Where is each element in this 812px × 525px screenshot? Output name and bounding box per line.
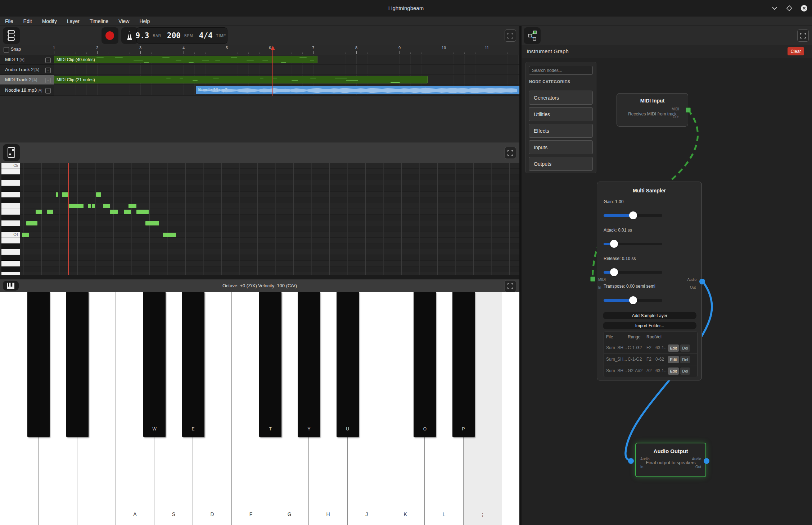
midi-note[interactable] [163,233,176,237]
midi-note[interactable] [56,192,58,197]
white-key-cell[interactable] [1,220,20,226]
audio-in-port[interactable] [628,458,634,464]
node-graph-canvas[interactable]: NODE CATEGORIES GeneratorsUtilitiesEffec… [522,58,812,525]
audio-output-node[interactable]: Audio Output Final output to speakers Au… [635,443,706,477]
black-key-cell[interactable] [1,215,20,220]
clear-graph-button[interactable]: Clear [788,47,804,55]
white-key-cell[interactable] [1,238,20,243]
maximize-icon[interactable] [785,4,793,12]
record-button[interactable] [102,27,118,44]
release-slider[interactable] [604,268,662,276]
midi-note[interactable] [145,221,159,225]
midi-clip[interactable]: MIDI Clip (40 notes) [54,56,317,63]
white-key-cell[interactable] [1,169,20,174]
track-checkbox[interactable]: - [45,88,51,93]
midi-note[interactable] [96,192,101,197]
midi-in-port[interactable] [590,277,595,282]
menu-item-modify[interactable]: Modify [42,18,57,24]
black-key-w[interactable]: W [143,292,166,437]
midi-note[interactable] [128,204,136,208]
search-input[interactable] [529,66,593,75]
audio-clip[interactable]: Noodle 18.mp3 [196,86,519,94]
tempo-display[interactable]: 9.3 BAR 200 BPM 4/4 TIME [136,27,227,44]
white-key-cell[interactable] [1,180,20,186]
timeline-ruler[interactable]: Snap 1234567891011 [0,45,519,55]
edit-sample-button[interactable]: Edit [668,344,679,352]
menu-item-view[interactable]: View [118,18,129,24]
timeline-playhead[interactable] [272,46,273,96]
white-key-cell[interactable]: C5 [1,163,20,169]
white-key-cell[interactable] [1,203,20,209]
black-key-cell[interactable] [1,186,20,192]
multi-sampler-node[interactable]: Multi Sampler Gain: 1.00 Attack: 0.01 ss… [597,182,702,380]
track-checkbox[interactable]: - [45,78,51,83]
black-key-e[interactable]: E [182,292,204,437]
midi-note[interactable] [68,204,84,208]
black-key-u[interactable]: U [337,292,359,437]
attack-slider[interactable] [604,240,662,248]
midi-note[interactable] [47,210,53,214]
audio-out-port[interactable] [704,458,709,464]
midi-note[interactable] [136,210,149,214]
midi-note[interactable] [103,204,110,208]
delete-sample-button[interactable]: Del [680,356,690,363]
midi-clip[interactable]: MIDI Clip (21 notes) [54,76,428,83]
black-key[interactable] [27,292,50,437]
keyboard-expand-button[interactable] [505,280,516,292]
gain-slider[interactable] [604,211,662,219]
black-key-cell[interactable] [1,243,20,249]
midi-input-node[interactable]: MIDI Input Receives MIDI from track MIDI… [617,93,688,127]
close-icon[interactable] [800,4,808,12]
track-checkbox[interactable]: - [45,58,51,63]
track-header-midi-1[interactable]: MIDI 1[A]- [0,55,54,65]
audio-out-port[interactable] [699,279,705,284]
white-key-cell[interactable]: C4 [1,232,20,238]
menu-item-layer[interactable]: Layer [67,18,80,24]
category-outputs-button[interactable]: Outputs [529,157,593,171]
midi-note[interactable] [88,204,91,208]
piano-roll-expand-button[interactable] [505,147,516,159]
keyframes-mode-button[interactable] [3,144,20,161]
midi-note[interactable] [124,210,131,214]
transpose-slider[interactable] [604,296,662,304]
delete-sample-button[interactable]: Del [680,344,690,352]
black-key-cell[interactable] [1,226,20,232]
black-key-p[interactable]: P [452,292,475,437]
add-sample-layer-button[interactable]: Add Sample Layer [603,312,696,319]
midi-note[interactable] [26,221,37,225]
black-key-cell[interactable] [1,174,20,180]
piano-roll-playhead[interactable] [68,163,69,275]
black-key-t[interactable]: T [259,292,281,437]
black-key-cell[interactable] [1,266,20,272]
menu-item-file[interactable]: File [5,18,13,24]
keyboard-mode-button[interactable] [3,281,19,291]
white-key-cell[interactable] [1,249,20,255]
timeline-mode-button[interactable] [3,27,20,44]
snap-checkbox[interactable] [4,47,9,52]
category-effects-button[interactable]: Effects [529,124,593,138]
graph-expand-button[interactable] [797,29,809,42]
midi-note[interactable] [36,210,42,214]
midi-note[interactable] [92,204,95,208]
minimize-icon[interactable] [771,4,779,12]
timeline-empty-area[interactable] [0,96,519,142]
black-key-o[interactable]: O [414,292,436,437]
menu-item-help[interactable]: Help [139,18,150,24]
track-header-midi-track-2[interactable]: MIDI Track 2[A]- [0,75,54,85]
white-key-cell[interactable] [1,261,20,266]
category-utilities-button[interactable]: Utilities [529,107,593,121]
white-key-cell[interactable] [1,272,20,275]
edit-sample-button[interactable]: Edit [668,368,679,375]
category-generators-button[interactable]: Generators [529,91,593,105]
black-key-y[interactable]: Y [298,292,320,437]
node-graph-mode-button[interactable] [524,27,541,44]
black-key[interactable] [66,292,89,437]
midi-out-port[interactable] [686,108,691,113]
midi-note[interactable] [22,233,29,237]
track-checkbox[interactable]: - [45,68,51,73]
white-key[interactable] [502,292,519,525]
timeline-expand-button[interactable] [505,29,516,42]
track-header-noodle-18-mp3[interactable]: Noodle 18.mp3[A]- [0,85,54,96]
piano-roll-grid[interactable]: C5C4 [0,163,519,275]
category-inputs-button[interactable]: Inputs [529,140,593,154]
